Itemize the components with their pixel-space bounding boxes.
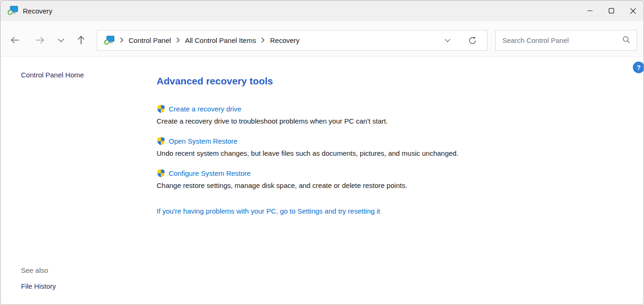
- arrow-left-icon: [9, 35, 21, 46]
- address-bar[interactable]: Control Panel All Control Panel Items Re…: [97, 30, 487, 51]
- uac-shield-icon: [157, 104, 165, 113]
- arrow-right-icon: [34, 35, 46, 46]
- recovery-app-icon: [7, 6, 18, 16]
- minimize-button[interactable]: [579, 0, 601, 21]
- titlebar: Recovery: [0, 0, 644, 21]
- search-icon[interactable]: [622, 35, 630, 46]
- sidebar-item-file-history[interactable]: File History: [21, 282, 56, 290]
- search-input[interactable]: [496, 36, 622, 44]
- content-area: ? Control Panel Home See also File Histo…: [0, 57, 644, 305]
- arrow-up-icon: [75, 35, 87, 46]
- recovery-breadcrumb-icon: [103, 35, 115, 46]
- breadcrumb-all-control-panel-items[interactable]: All Control Panel Items: [185, 36, 256, 44]
- window-controls: [579, 0, 644, 21]
- up-button[interactable]: [73, 32, 89, 48]
- navigation-bar: Control Panel All Control Panel Items Re…: [0, 21, 644, 57]
- window-title: Recovery: [23, 7, 52, 15]
- uac-shield-icon: [157, 137, 165, 146]
- close-button[interactable]: [622, 0, 644, 21]
- refresh-icon: [468, 36, 477, 45]
- chevron-down-icon: [445, 39, 451, 42]
- question-mark-icon: ?: [637, 64, 641, 71]
- reset-pc-settings-link[interactable]: If you're having problems with your PC, …: [157, 207, 380, 215]
- breadcrumb-separator-icon: [120, 36, 123, 45]
- recent-locations-button[interactable]: [53, 32, 69, 48]
- uac-shield-icon: [157, 169, 165, 178]
- breadcrumb-separator-icon: [261, 36, 265, 45]
- task-create-recovery-drive: Create a recovery drive Create a recover…: [157, 104, 557, 125]
- help-button[interactable]: ?: [633, 62, 644, 73]
- open-system-restore-description: Undo recent system changes, but leave fi…: [157, 149, 557, 157]
- sidebar-item-control-panel-home[interactable]: Control Panel Home: [21, 71, 84, 79]
- forward-button[interactable]: [32, 32, 48, 48]
- search-box: [495, 30, 637, 51]
- refresh-button[interactable]: [466, 30, 480, 50]
- breadcrumb-control-panel[interactable]: Control Panel: [129, 36, 171, 44]
- close-icon: [630, 8, 636, 14]
- see-also-label: See also: [21, 266, 48, 274]
- breadcrumb-recovery[interactable]: Recovery: [270, 36, 299, 44]
- maximize-button[interactable]: [601, 0, 622, 21]
- breadcrumb-separator-icon: [176, 36, 180, 45]
- page-title: Advanced recovery tools: [157, 76, 273, 87]
- task-configure-system-restore: Configure System Restore Change restore …: [157, 169, 557, 189]
- recovery-window: Recovery: [0, 0, 644, 305]
- chevron-down-icon: [58, 38, 64, 42]
- task-open-system-restore: Open System Restore Undo recent system c…: [157, 137, 557, 157]
- back-button[interactable]: [7, 32, 23, 48]
- address-dropdown-button[interactable]: [440, 30, 454, 50]
- create-recovery-drive-link[interactable]: Create a recovery drive: [169, 105, 241, 113]
- maximize-icon: [609, 8, 614, 14]
- open-system-restore-link[interactable]: Open System Restore: [169, 137, 238, 145]
- configure-system-restore-description: Change restore settings, manage disk spa…: [157, 181, 557, 189]
- configure-system-restore-link[interactable]: Configure System Restore: [169, 169, 251, 177]
- create-recovery-drive-description: Create a recovery drive to troubleshoot …: [157, 117, 557, 125]
- minimize-icon: [587, 8, 593, 14]
